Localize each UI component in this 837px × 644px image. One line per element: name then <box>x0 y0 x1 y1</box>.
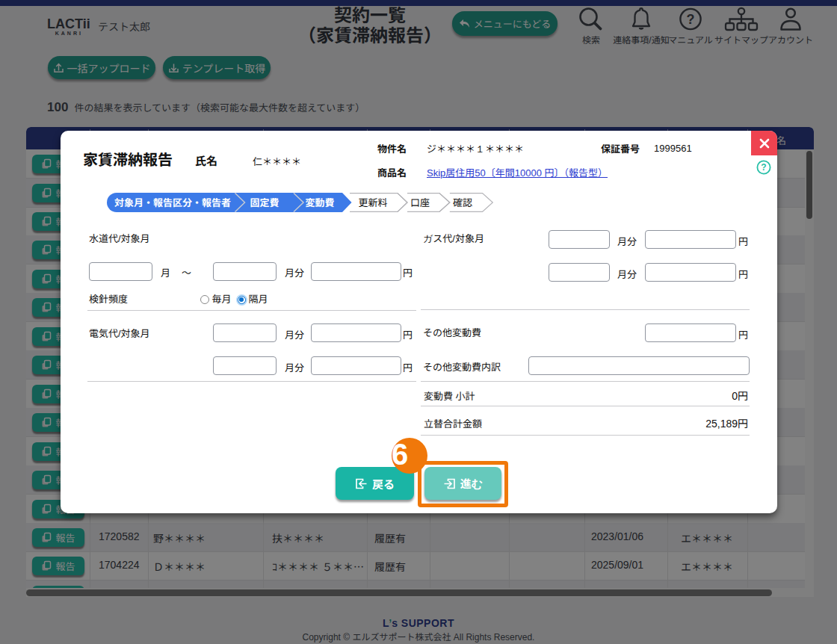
svg-text:固定費: 固定費 <box>250 197 279 208</box>
svg-text:?: ? <box>761 162 766 173</box>
svg-text:更新料: 更新料 <box>358 197 387 208</box>
svg-text:対象月・報告区分・報告者: 対象月・報告区分・報告者 <box>114 197 230 208</box>
svg-text:確認: 確認 <box>452 197 472 208</box>
svg-text:口座: 口座 <box>410 197 429 208</box>
svg-text:変動費: 変動費 <box>305 197 334 208</box>
